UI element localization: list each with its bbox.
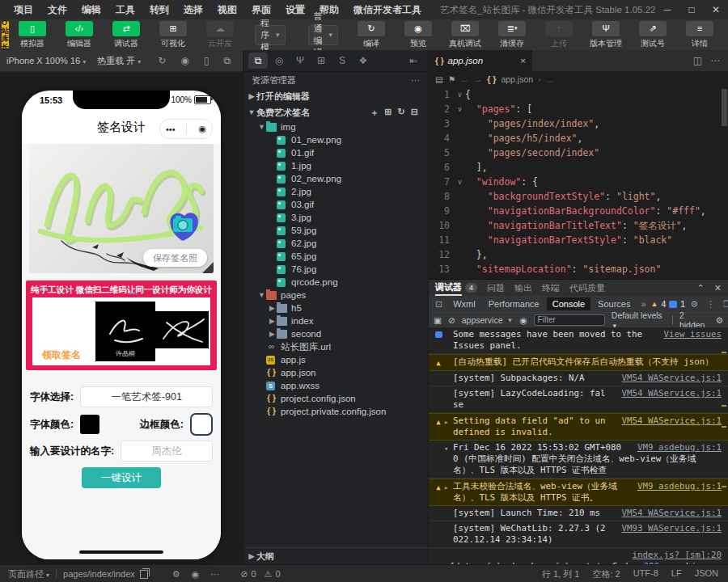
file-tree-item-app.wxss[interactable]: Sapp.wxss: [243, 379, 428, 392]
console-row[interactable]: View issuesSome messages have been moved…: [429, 327, 728, 354]
more-icon[interactable]: ⋯: [210, 569, 219, 580]
console-row[interactable]: ▲▸VM54 WAService.js:1Setting data field …: [429, 413, 728, 441]
console-log[interactable]: View issuesSome messages have been moved…: [429, 327, 728, 565]
popout-icon[interactable]: ❐: [720, 299, 728, 310]
new-folder-icon[interactable]: ⊞: [384, 107, 392, 119]
file-tree-item-project.config.json[interactable]: { }project.config.json: [243, 392, 428, 405]
promo-banner[interactable]: 纯手工设计 微信扫二维码让同一设计师为你设计 许品桐: [26, 280, 217, 370]
console-row[interactable]: index.js? [sm]:20▸{data: {…}, header: {……: [429, 548, 728, 565]
source-link[interactable]: VM54 WAService.js:1: [621, 415, 722, 427]
font-select-input[interactable]: 一笔艺术签-901: [80, 386, 213, 407]
source-link[interactable]: VM9 asdebug.js:1: [637, 442, 722, 453]
warning-icon[interactable]: ▲: [651, 300, 658, 308]
maximize-icon[interactable]: □: [679, 0, 704, 19]
search-icon[interactable]: ◎: [269, 55, 289, 66]
code-line-13[interactable]: 13 "sitemapLocation": "sitemap.json": [429, 262, 728, 276]
close-panel-icon[interactable]: ✕: [714, 283, 722, 293]
close-tab-icon[interactable]: ×: [520, 56, 526, 65]
menu-item[interactable]: 设置: [278, 0, 312, 19]
name-input[interactable]: 周杰伦: [121, 441, 213, 462]
code-area[interactable]: 1∨{2∨ "pages": [3 "pages/index/index",4 …: [429, 87, 728, 279]
debugger-tab-代码质量[interactable]: 代码质量: [569, 282, 605, 294]
source-link[interactable]: View issues: [663, 329, 722, 340]
code-line-8[interactable]: 8 "backgroundTextStyle": "light",: [429, 189, 728, 204]
devtools-tab-Performance[interactable]: Performance: [483, 297, 545, 310]
console-row[interactable]: VM93 WAService.js:1[system] WeChatLib: 2…: [429, 521, 728, 548]
clear-console-icon[interactable]: ⊘: [448, 315, 455, 325]
debugger-tab-调试器[interactable]: 调试器: [435, 280, 462, 296]
close-circle-icon[interactable]: ◉: [198, 124, 206, 134]
source-link[interactable]: VM54 WAService.js:1: [621, 373, 722, 384]
top-frame-icon[interactable]: ▣: [434, 315, 442, 325]
bug-icon[interactable]: ⚙: [172, 569, 180, 580]
font-color-swatch[interactable]: [80, 415, 99, 434]
code-line-1[interactable]: 1∨{: [429, 87, 728, 102]
code-line-10[interactable]: 10 "navigationBarTitleText": "签名设计",: [429, 218, 728, 233]
file-tree-item-76.jpg[interactable]: 76.jpg: [243, 263, 428, 276]
toolbar-button-云开发[interactable]: ☁云开发: [202, 21, 238, 49]
more-actions-icon[interactable]: ⋯: [411, 75, 420, 86]
expand-icon[interactable]: ▸: [444, 481, 453, 493]
status-item[interactable]: LF: [671, 568, 682, 580]
source-link[interactable]: VM9 asdebug.js:1: [637, 481, 722, 492]
toolbar-button-预览[interactable]: ◉预览: [400, 21, 436, 49]
one-click-design-button[interactable]: 一键设计: [82, 467, 161, 488]
claim-signature-link[interactable]: 领取签名: [42, 348, 81, 362]
tab-app-json[interactable]: { } app.json ×: [429, 50, 532, 71]
code-line-7[interactable]: 7∨ "window": {: [429, 175, 728, 189]
preview-eye-icon[interactable]: ◉: [192, 569, 200, 580]
more-tabs-icon[interactable]: »: [637, 299, 649, 309]
restart-icon[interactable]: ↻: [152, 55, 171, 66]
hand-icon[interactable]: ❖: [353, 55, 373, 66]
code-line-9[interactable]: 9 "navigationBarBackgroundColor": "#fff"…: [429, 204, 728, 218]
mode-dropdown[interactable]: 小程序模式 ▾: [255, 25, 286, 45]
menu-item[interactable]: 编辑: [74, 0, 108, 19]
console-row[interactable]: VM54 WAService.js:1[system] Launch Time:…: [429, 506, 728, 521]
settings-gear-icon[interactable]: ⚙: [687, 299, 701, 310]
file-tree-item-01.gif[interactable]: 01.gif: [243, 146, 428, 159]
console-row[interactable]: ▾VM9 asdebug.js:1Fri Dec 16 2022 15:53:0…: [429, 441, 728, 479]
extensions-icon[interactable]: ⊞: [311, 55, 331, 66]
outline-section[interactable]: ▶ 大纲: [243, 547, 428, 564]
forward-icon[interactable]: →: [474, 74, 483, 84]
file-tree-item-h5[interactable]: ▶h5: [243, 302, 428, 314]
menu-item[interactable]: 选择: [176, 0, 210, 19]
multi-window-icon[interactable]: ⧉: [218, 55, 236, 66]
border-color-swatch[interactable]: [190, 413, 213, 436]
source-link[interactable]: index.js? [sm]:20: [455, 550, 722, 561]
bookmark-icon[interactable]: ⚑: [448, 74, 455, 84]
debugger-tab-终端[interactable]: 终端: [542, 282, 560, 294]
device-selector[interactable]: iPhone X 100% 16 ▾: [6, 56, 86, 65]
toolbar-button-测试号[interactable]: ⇗测试号: [635, 21, 671, 49]
file-tree-item-59.jpg[interactable]: 59.jpg: [243, 224, 428, 237]
file-tree-item-站长图库.url[interactable]: ∞站长图库.url: [243, 340, 428, 353]
source-link[interactable]: VM54 WAService.js:1: [621, 508, 722, 519]
code-line-5[interactable]: 5 "pages/second/index": [429, 146, 728, 160]
debugger-tab-问题[interactable]: 问题: [487, 282, 505, 294]
console-settings-icon[interactable]: ⚙: [716, 315, 723, 325]
inspect-icon[interactable]: ⊡: [432, 299, 446, 310]
project-section[interactable]: ▼ 免费艺术签名 ＋ ⊞ ↻ ⊟: [243, 104, 428, 120]
toolbar-button-真机调试[interactable]: ⌧真机调试: [447, 21, 483, 49]
minimize-icon[interactable]: ─: [655, 0, 679, 19]
status-item[interactable]: 行 1, 列 1: [542, 568, 579, 580]
console-row[interactable]: VM54 WAService.js:1[system] LazyCodeLoad…: [429, 386, 728, 413]
file-tree-item-index[interactable]: ▶index: [243, 314, 428, 327]
toolbar-button-可视化[interactable]: ⊞可视化: [155, 21, 191, 49]
menu-item[interactable]: 转到: [142, 0, 176, 19]
problems-indicator[interactable]: ⊘ 0 ⚠ 0: [240, 569, 280, 580]
console-row[interactable]: ▲[自动热重载] 已开启代码文件保存后自动热重载（不支持 json）: [429, 354, 728, 371]
status-item[interactable]: JSON: [695, 568, 718, 580]
menu-item[interactable]: 项目: [6, 0, 40, 19]
code-line-4[interactable]: 4 "pages/h5/index",: [429, 131, 728, 146]
status-item[interactable]: UTF-8: [633, 568, 658, 580]
collapse-all-icon[interactable]: ⊟: [411, 107, 418, 119]
code-line-2[interactable]: 2∨ "pages": [: [429, 102, 728, 116]
outline-icon[interactable]: ▤: [435, 74, 443, 84]
file-tree-item-03.gif[interactable]: 03.gif: [243, 198, 428, 211]
console-row[interactable]: VM54 WAService.js:1[system] Subpackages:…: [429, 371, 728, 386]
record-icon[interactable]: ◉: [175, 55, 194, 66]
message-icon[interactable]: [669, 301, 677, 308]
toolbar-button-详情[interactable]: ≡详情: [682, 21, 717, 49]
devtools-tab-Console[interactable]: Console: [547, 297, 590, 310]
